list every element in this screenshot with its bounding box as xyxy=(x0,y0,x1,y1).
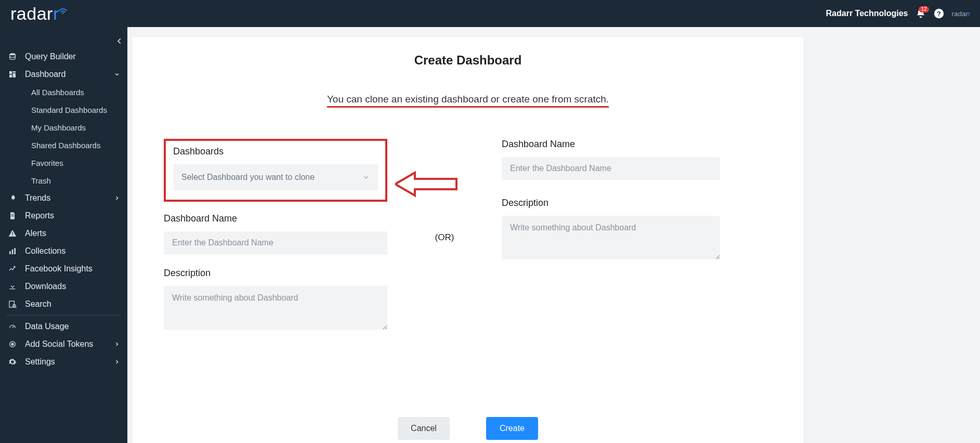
sidebar-item-label: Data Usage xyxy=(25,322,69,331)
sidebar-collapse-button[interactable] xyxy=(116,37,123,45)
search-page-icon xyxy=(7,300,18,308)
cancel-button[interactable]: Cancel xyxy=(398,417,450,440)
chevron-right-icon xyxy=(114,341,120,347)
document-icon xyxy=(7,212,18,220)
svg-point-19 xyxy=(11,343,14,345)
sidebar-item-settings[interactable]: Settings xyxy=(0,353,127,371)
svg-rect-12 xyxy=(9,251,11,254)
svg-rect-5 xyxy=(13,71,16,73)
create-button[interactable]: Create xyxy=(486,417,538,440)
sidebar-item-dashboard[interactable]: Dashboard xyxy=(0,66,127,83)
sidebar-subitem-label: My Dashboards xyxy=(31,123,86,132)
svg-point-3 xyxy=(10,53,16,55)
sidebar-item-label: Add Social Tokens xyxy=(25,340,93,349)
download-icon xyxy=(7,282,18,291)
chevron-down-icon xyxy=(362,174,370,181)
sidebar-item-data-usage[interactable]: Data Usage xyxy=(0,318,127,335)
sidebar-subitem-favorites[interactable]: Favorites xyxy=(0,154,127,172)
help-button[interactable]: ? xyxy=(933,8,945,19)
sidebar-item-label: Alerts xyxy=(25,229,46,238)
sidebar-item-label: Trends xyxy=(25,193,50,203)
svg-rect-15 xyxy=(10,289,16,289)
scratch-name-label: Dashboard Name xyxy=(502,139,720,150)
sidebar-subitem-standard-dashboards[interactable]: Standard Dashboards xyxy=(0,101,127,119)
sidebar-subitem-all-dashboards[interactable]: All Dashboards xyxy=(0,83,127,101)
sidebar-item-trends[interactable]: Trends xyxy=(0,189,127,207)
sidebar-subitem-label: Favorites xyxy=(31,159,63,167)
gauge-icon xyxy=(7,322,18,331)
database-icon xyxy=(7,53,18,61)
notifications-button[interactable]: 12 xyxy=(916,8,926,19)
chevron-left-icon xyxy=(116,37,123,45)
clone-dashboard-select[interactable]: Select Dashboard you want to clone xyxy=(173,164,378,190)
sidebar-item-downloads[interactable]: Downloads xyxy=(0,278,127,295)
dashboards-label: Dashboards xyxy=(173,146,378,157)
sidebar-subitem-my-dashboards[interactable]: My Dashboards xyxy=(0,119,127,136)
clone-name-input[interactable] xyxy=(164,231,387,254)
sidebar-subitem-label: Trash xyxy=(31,176,51,185)
page-subtitle: You can clone an existing dashboard or c… xyxy=(327,94,609,108)
scratch-desc-label: Description xyxy=(502,198,720,209)
sidebar-item-collections[interactable]: Collections xyxy=(0,242,127,260)
svg-rect-7 xyxy=(9,75,12,77)
clone-name-label: Dashboard Name xyxy=(164,213,387,224)
clone-desc-textarea[interactable] xyxy=(164,286,387,330)
svg-rect-4 xyxy=(9,71,12,74)
sidebar-subitem-label: All Dashboards xyxy=(31,88,84,97)
scratch-name-input[interactable] xyxy=(502,157,720,180)
sidebar-item-query-builder[interactable]: Query Builder xyxy=(0,48,127,66)
app-logo[interactable]: radarr xyxy=(10,4,69,24)
sidebar-subitem-label: Standard Dashboards xyxy=(31,106,107,114)
target-icon xyxy=(7,340,18,348)
analytics-icon xyxy=(7,265,18,273)
org-name[interactable]: Radarr Technologies xyxy=(826,9,908,18)
chevron-down-icon xyxy=(114,71,120,77)
svg-rect-16 xyxy=(9,301,14,307)
topbar: radarr Radarr Technologies 12 ? radarr xyxy=(0,0,980,27)
sidebar-item-label: Search xyxy=(25,299,51,309)
clone-column: Dashboards Select Dashboard you want to … xyxy=(164,139,387,332)
sidebar-item-add-social-tokens[interactable]: Add Social Tokens xyxy=(0,335,127,353)
sidebar-item-label: Query Builder xyxy=(25,52,76,61)
main: Create Dashboard You can clone an existi… xyxy=(127,27,980,443)
flame-icon xyxy=(7,194,18,202)
sidebar-item-label: Facebook Insights xyxy=(25,264,93,273)
logo-text-a: radar xyxy=(10,4,53,24)
scratch-column: Dashboard Name Description xyxy=(502,139,720,262)
sidebar-subitem-trash[interactable]: Trash xyxy=(0,172,127,189)
notif-badge: 12 xyxy=(919,6,929,12)
help-icon: ? xyxy=(933,8,945,19)
svg-rect-9 xyxy=(11,216,14,216)
or-separator: (OR) xyxy=(408,139,481,243)
chevron-right-icon xyxy=(114,359,120,365)
wifi-icon xyxy=(58,5,68,15)
or-text: (OR) xyxy=(435,232,454,243)
chevron-right-icon xyxy=(114,195,120,201)
svg-text:?: ? xyxy=(937,10,941,18)
sidebar-item-label: Dashboard xyxy=(25,70,66,79)
sidebar-item-search[interactable]: Search xyxy=(0,295,127,313)
sidebar-item-facebook-insights[interactable]: Facebook Insights xyxy=(0,260,127,278)
chart-icon xyxy=(7,247,18,255)
scratch-desc-textarea[interactable] xyxy=(502,216,720,259)
page-title: Create Dashboard xyxy=(164,53,772,68)
sidebar-item-label: Settings xyxy=(25,357,55,367)
sidebar-item-reports[interactable]: Reports xyxy=(0,207,127,225)
sidebar-item-alerts[interactable]: Alerts xyxy=(0,225,127,242)
action-row: Cancel Create xyxy=(133,417,803,440)
svg-rect-10 xyxy=(12,232,12,234)
create-dashboard-card: Create Dashboard You can clone an existi… xyxy=(133,37,803,443)
gear-icon xyxy=(7,358,18,366)
clone-desc-label: Description xyxy=(164,268,387,279)
alert-icon xyxy=(7,229,18,238)
sidebar-item-label: Collections xyxy=(25,246,66,256)
highlight-annotation: Dashboards Select Dashboard you want to … xyxy=(164,139,387,202)
sidebar-subitem-shared-dashboards[interactable]: Shared Dashboards xyxy=(0,136,127,154)
sidebar-divider xyxy=(6,315,121,316)
grid-icon xyxy=(7,70,18,79)
svg-rect-11 xyxy=(12,235,12,236)
sidebar-subitem-label: Shared Dashboards xyxy=(31,141,100,150)
brand-mini: radarr xyxy=(952,10,971,18)
svg-rect-6 xyxy=(13,73,16,77)
select-placeholder: Select Dashboard you want to clone xyxy=(181,173,315,182)
